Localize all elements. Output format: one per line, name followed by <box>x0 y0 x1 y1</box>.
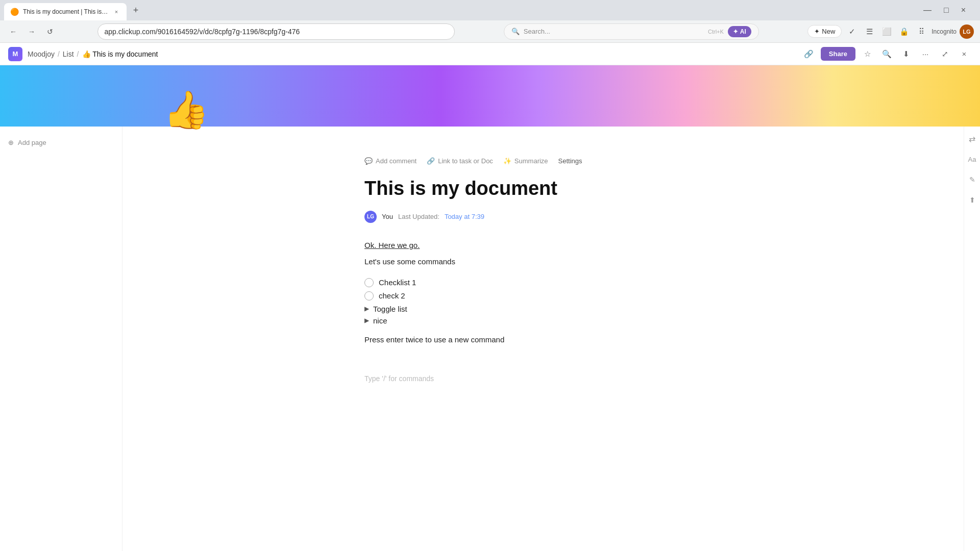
breadcrumb-sep-2: / <box>77 50 79 58</box>
nav-list-icon[interactable]: ☰ <box>862 24 876 39</box>
incognito-label: Incognito <box>932 28 957 35</box>
link-label: Link to task or Doc <box>438 157 493 165</box>
right-panel-edit-icon[interactable]: ✎ <box>966 173 978 186</box>
right-panel: ⇄ Aa ✎ ⬆ <box>964 127 980 551</box>
share-button[interactable]: Share <box>821 47 855 61</box>
nav-lock-icon[interactable]: 🔒 <box>897 24 911 39</box>
summarize-icon: ✨ <box>503 157 511 165</box>
search-icon: 🔍 <box>511 28 520 35</box>
checklist-item-1: Checklist 1 <box>364 278 722 287</box>
settings-button[interactable]: Settings <box>558 157 582 165</box>
workspace-logo[interactable]: M <box>8 47 22 61</box>
ai-label: AI <box>740 28 746 35</box>
tab-title: This is my document | This is m... <box>23 8 108 15</box>
checklist-item-2: check 2 <box>364 291 722 300</box>
app-header: M Moodjoy / List / 👍 This is my document… <box>0 43 980 65</box>
refresh-button[interactable]: ↺ <box>43 24 57 39</box>
checklist-radio-1[interactable] <box>364 278 374 287</box>
back-button[interactable]: ← <box>6 24 20 39</box>
author-avatar: LG <box>364 211 377 223</box>
header-link-icon[interactable]: 🔗 <box>801 46 817 62</box>
browser-tab-active[interactable]: 🟠 This is my document | This is m... × <box>4 3 127 20</box>
breadcrumb-doc[interactable]: 👍 This is my document <box>82 50 158 58</box>
doc-meta: LG You Last Updated: Today at 7:39 <box>364 211 722 223</box>
breadcrumb-list[interactable]: List <box>63 50 74 58</box>
doc-layout: ⊕ Add page 💬 Add comment 🔗 Link <box>0 127 980 551</box>
maximize-button[interactable]: □ <box>940 4 953 17</box>
search-bar[interactable]: 🔍 Search... Ctrl+K ✦ AI <box>504 23 759 40</box>
summarize-label: Summarize <box>514 157 548 165</box>
header-star-icon[interactable]: ☆ <box>860 46 875 62</box>
doc-toolbar: 💬 Add comment 🔗 Link to task or Doc ✨ Su… <box>364 157 722 165</box>
header-close-icon[interactable]: × <box>957 46 972 62</box>
header-download-icon[interactable]: ⬇ <box>898 46 914 62</box>
breadcrumb-sep-1: / <box>58 50 60 58</box>
add-page-label: Add page <box>18 139 46 146</box>
new-tab-button[interactable]: + <box>129 3 143 17</box>
url-text: app.clickup.com/9016164592/v/dc/8cpfg7g-… <box>104 28 300 36</box>
link-icon: 🔗 <box>427 157 435 165</box>
add-comment-icon: 💬 <box>364 157 373 165</box>
checklist-label-2: check 2 <box>379 291 405 300</box>
new-label: New <box>822 28 835 35</box>
profile-avatar[interactable]: LG <box>960 24 974 39</box>
toggle-label-1: Toggle list <box>373 305 407 313</box>
doc-banner: 👍 <box>0 65 980 127</box>
right-panel-text-icon[interactable]: Aa <box>966 153 978 165</box>
paragraph-1: Ok. Here we go. <box>364 239 722 252</box>
nav-tablet-icon[interactable]: ⬜ <box>879 24 894 39</box>
toggle-arrow-2: ▶ <box>364 317 369 324</box>
close-window-button[interactable]: × <box>957 4 970 17</box>
type-hint[interactable]: Type '/' for commands <box>364 374 722 383</box>
tab-close-button[interactable]: × <box>112 8 120 16</box>
toggle-item-1[interactable]: ▶ Toggle list <box>364 305 722 313</box>
toggle-label-2: nice <box>373 316 387 325</box>
add-page-button[interactable]: ⊕ Add page <box>0 135 122 151</box>
new-button[interactable]: ✦ New <box>807 25 842 38</box>
ai-button[interactable]: ✦ AI <box>728 26 751 37</box>
toggle-item-2[interactable]: ▶ nice <box>364 316 722 325</box>
ai-star-icon: ✦ <box>733 28 738 35</box>
new-plus-icon: ✦ <box>814 28 820 35</box>
checklist-radio-2[interactable] <box>364 291 374 300</box>
toggle-arrow-1: ▶ <box>364 305 369 312</box>
search-shortcut: Ctrl+K <box>708 29 724 35</box>
header-more-icon[interactable]: ··· <box>918 46 933 62</box>
doc-sidebar: ⊕ Add page <box>0 127 122 551</box>
link-to-task-button[interactable]: 🔗 Link to task or Doc <box>427 157 493 165</box>
right-panel-toggle-icon[interactable]: ⇄ <box>966 133 978 145</box>
breadcrumb: Moodjoy / List / 👍 This is my document <box>28 50 158 58</box>
tab-favicon: 🟠 <box>10 8 19 16</box>
checklist-label-1: Checklist 1 <box>379 278 416 287</box>
address-bar[interactable]: app.clickup.com/9016164592/v/dc/8cpfg7g-… <box>97 23 455 40</box>
last-updated-value: Today at 7:39 <box>445 213 484 220</box>
nav-apps-icon[interactable]: ⠿ <box>914 24 928 39</box>
add-comment-label: Add comment <box>376 157 416 165</box>
summarize-button[interactable]: ✨ Summarize <box>503 157 548 165</box>
paragraph-3: Press enter twice to use a new command <box>364 335 722 344</box>
forward-button[interactable]: → <box>24 24 39 39</box>
search-placeholder: Search... <box>524 28 550 35</box>
header-expand-icon[interactable]: ⤢ <box>937 46 952 62</box>
add-page-icon: ⊕ <box>8 139 14 146</box>
right-panel-upload-icon[interactable]: ⬆ <box>966 194 978 206</box>
nav-checkmark-icon[interactable]: ✓ <box>845 24 859 39</box>
paragraph-2: Let's use some commands <box>364 256 722 268</box>
breadcrumb-workspace[interactable]: Moodjoy <box>28 50 55 58</box>
doc-content: 💬 Add comment 🔗 Link to task or Doc ✨ Su… <box>122 127 964 551</box>
doc-title: This is my document <box>364 177 722 201</box>
header-search-icon[interactable]: 🔍 <box>879 46 894 62</box>
minimize-button[interactable]: — <box>919 4 936 17</box>
add-comment-button[interactable]: 💬 Add comment <box>364 157 416 165</box>
author-name: You <box>382 213 393 220</box>
doc-emoji: 👍 <box>163 88 209 132</box>
header-right: 🔗 Share ☆ 🔍 ⬇ ··· ⤢ × <box>801 46 972 62</box>
last-updated-label: Last Updated: <box>398 213 439 220</box>
